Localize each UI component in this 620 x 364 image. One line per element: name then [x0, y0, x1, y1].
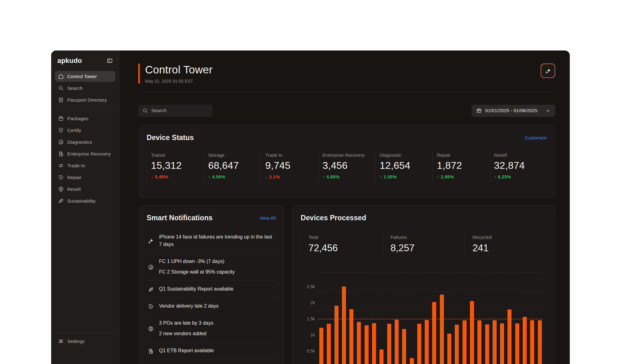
customize-link[interactable]: Customize — [525, 135, 547, 140]
sidebar-nav: Control TowerSearchPassport DirectoryPac… — [55, 71, 115, 206]
sidebar-item-control-tower[interactable]: Control Tower — [55, 71, 115, 82]
sparkles-icon — [545, 68, 551, 74]
sidebar-item-label: Repair — [67, 175, 82, 180]
metric-value: 9,745 — [265, 160, 316, 171]
metric-resell: Resell32,874↑6.25% — [490, 151, 547, 182]
notification-item[interactable]: 3 POs are late by 3 days2 new vendors ad… — [147, 315, 276, 342]
date-range-value: 01/01/2025 - 01/06/2025 — [485, 108, 538, 113]
chart-bar — [515, 323, 519, 364]
chart-bar — [319, 328, 323, 364]
chart-bar — [327, 324, 331, 364]
notification-item[interactable]: Vendor delivery late 2 days — [147, 298, 276, 315]
chart-bar — [485, 324, 489, 364]
metric-delta-value: 6.25% — [498, 174, 511, 179]
bottom-row: Smart Notifications View All iPhone 14 f… — [138, 205, 555, 364]
metric-transit: Transit15,312↓5.48% — [147, 151, 204, 182]
notification-line: iPhone 14 face id failures are trending … — [159, 233, 275, 248]
chart-ytick-label: 0.5k — [301, 349, 315, 353]
main-content: Control Tower May 22, 2025 01:55 EST 01/… — [119, 50, 570, 364]
chart-bar — [402, 329, 406, 364]
search-input[interactable] — [151, 108, 209, 113]
search-box[interactable] — [138, 105, 213, 117]
sidebar-item-label: Trade-In — [67, 163, 85, 169]
date-range-picker[interactable]: 01/01/2025 - 01/06/2025 — [472, 105, 555, 117]
metric-label: Enterprise Recovery — [322, 152, 373, 158]
metric-delta-value: 2.95% — [441, 174, 454, 179]
metric-delta-value: 2.1% — [269, 174, 280, 179]
metric-delta: ↓2.1% — [265, 174, 316, 179]
sidebar-item-search[interactable]: Search — [55, 83, 115, 94]
sidebar: apkudo Control TowerSearchPassport Direc… — [51, 50, 119, 364]
notification-item[interactable]: Q1 Sustainability Report available — [147, 281, 276, 298]
metric-label: Diagnostic — [380, 152, 431, 158]
repair-history-icon — [147, 302, 154, 310]
arrow-down-icon: ↓ — [265, 174, 268, 179]
notification-item[interactable]: FC 1 UPH down -3% (7 days)FC 2 Storage w… — [147, 253, 276, 281]
devices-processed-panel: Devices Processed Total72,456Failures8,2… — [292, 205, 555, 364]
sidebar-item-diagnostics[interactable]: Diagnostics — [55, 137, 115, 147]
metric-delta-value: 1.55% — [383, 174, 397, 179]
notification-line: 3 POs are late by 3 days — [159, 319, 213, 327]
chart-bar — [447, 334, 451, 364]
sidebar-item-certify[interactable]: Certify — [55, 125, 115, 136]
chevron-down-icon — [545, 108, 551, 113]
metric-storage: Storage68,647↑4.56% — [204, 151, 261, 182]
metric-label: Storage — [208, 152, 259, 158]
chart-bar — [493, 320, 497, 364]
sidebar-item-packages[interactable]: Packages — [55, 113, 115, 124]
notification-item[interactable]: +5% increase in returns (10 days) — [147, 359, 276, 364]
sidebar-item-label: Resell — [67, 186, 81, 192]
sidebar-item-sustainability[interactable]: Sustainability — [55, 195, 115, 206]
chart-bar — [372, 323, 376, 364]
app-window: apkudo Control TowerSearchPassport Direc… — [51, 50, 570, 364]
sidebar-collapse-icon[interactable] — [107, 58, 113, 64]
chart-bar — [470, 301, 474, 364]
chart-bar — [425, 320, 429, 364]
chart-bar — [379, 349, 383, 364]
ai-assistant-button[interactable] — [541, 64, 555, 78]
smart-notifications-panel: Smart Notifications View All iPhone 14 f… — [138, 205, 284, 364]
notification-line: FC 2 Storage wall at 95% capacity — [159, 268, 235, 276]
gauge-icon — [147, 258, 154, 276]
stat-recycled: Recycled241 — [465, 233, 547, 257]
sidebar-divider — [55, 109, 115, 109]
page-title: Control Tower — [145, 64, 213, 76]
building-icon — [58, 151, 64, 157]
notification-item[interactable]: Q1 ETB Report available — [147, 342, 276, 359]
dollar-circle-icon — [147, 319, 154, 337]
view-all-link[interactable]: View All — [259, 215, 276, 221]
sidebar-item-enterprise-recovery[interactable]: Enterprise Recovery — [55, 148, 115, 159]
arrow-down-icon: ↓ — [151, 174, 153, 179]
sidebar-item-label: Passport Directory — [67, 97, 107, 103]
sidebar-item-passport-directory[interactable]: Passport Directory — [55, 94, 115, 105]
shield-check-icon — [58, 127, 64, 133]
stat-failures: Failures8,257 — [383, 233, 465, 257]
chart-bar — [395, 320, 399, 364]
chart-bar — [410, 358, 414, 364]
chart-bar — [342, 287, 346, 364]
sidebar-item-label: Certify — [67, 128, 81, 133]
chart-ytick-label: 1.5k — [301, 316, 315, 321]
package-icon — [58, 116, 64, 121]
sidebar-item-resell[interactable]: Resell — [55, 184, 115, 195]
metric-delta: ↓5.48% — [151, 174, 202, 179]
device-status-title: Device Status — [147, 134, 194, 142]
sidebar-item-settings[interactable]: Settings — [55, 336, 115, 347]
devices-processed-title: Devices Processed — [301, 214, 366, 222]
chart-bar — [477, 320, 481, 364]
notification-line: Q1 Sustainability Report available — [159, 285, 233, 293]
dollar-circle-icon — [58, 186, 64, 192]
stat-value: 8,257 — [391, 243, 465, 254]
sidebar-item-repair[interactable]: Repair — [55, 172, 115, 183]
metric-delta: ↑4.56% — [208, 174, 259, 179]
metric-enterprise-recovery: Enterprise Recovery3,456↑4.85% — [318, 151, 375, 182]
chart-bar — [357, 322, 361, 364]
sidebar-item-trade-in[interactable]: Trade-In — [55, 160, 115, 171]
notification-item[interactable]: iPhone 14 face id failures are trending … — [147, 229, 276, 253]
metric-delta-value: 5.48% — [155, 174, 168, 179]
stat-value: 241 — [472, 243, 547, 254]
notification-text: Q1 ETB Report available — [159, 347, 214, 354]
chart-bar — [463, 320, 467, 364]
building-icon — [147, 347, 154, 354]
header-divider — [138, 92, 555, 92]
